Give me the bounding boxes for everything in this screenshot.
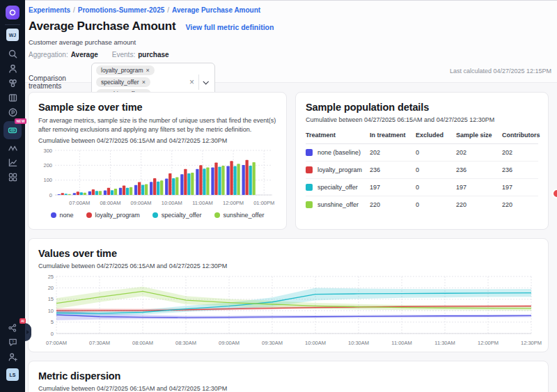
svg-text:12:00PM: 12:00PM [478, 340, 499, 346]
card-description: For average metrics, sample size is the … [38, 116, 276, 134]
sidebar-item-gates[interactable] [3, 76, 22, 91]
chip-loyalty-program[interactable]: loyalty_program× [96, 65, 155, 75]
svg-text:?: ? [11, 340, 13, 344]
workspace-avatar[interactable]: WJ [6, 29, 19, 41]
svg-text:01:00PM: 01:00PM [253, 200, 274, 206]
sample-size-card: Sample size over time For average metric… [28, 92, 287, 230]
sidebar-item-support[interactable]: ? [3, 335, 22, 350]
remove-chip-icon[interactable]: × [146, 67, 149, 74]
comparison-treatments-label: Comparison treatments [29, 75, 91, 90]
chip-specialty-offer[interactable]: specialty_offer× [96, 77, 150, 87]
view-metric-definition-link[interactable]: View full metric definition [185, 23, 274, 31]
sidebar-item-dashboards[interactable] [3, 170, 22, 185]
metric-subtitle: Customer average purchase amount [29, 38, 549, 46]
feature-gates-icon [8, 78, 18, 88]
population-table: Treatment In treatment Excluded Sample s… [306, 130, 538, 213]
events-value: purchase [138, 51, 168, 58]
ai-nodes-icon [8, 323, 17, 333]
svg-text:10:00AM: 10:00AM [162, 200, 182, 206]
legend-item-loyalty-program[interactable]: loyalty_program [86, 212, 140, 219]
sidebar-item-pulse[interactable] [3, 105, 22, 120]
user-avatar[interactable]: LS [6, 368, 19, 381]
sidebar-item-metrics[interactable] [3, 155, 22, 170]
card-title: Sample population details [306, 102, 538, 113]
svg-text:08:30AM: 08:30AM [175, 340, 196, 346]
svg-text:10:30AM: 10:30AM [348, 340, 369, 346]
svg-text:08:00AM: 08:00AM [100, 200, 120, 206]
table-header-row: Treatment In treatment Excluded Sample s… [306, 130, 538, 144]
table-row: loyalty_program 236 0 236 236 [306, 162, 538, 179]
breadcrumb: Experiments/Promotions-Summer-2025/Avera… [29, 6, 549, 14]
legend-dot [51, 212, 56, 218]
cumulative-range: Cumulative between 04/27/2025 06:15AM an… [38, 262, 538, 269]
svg-text:11:00AM: 11:00AM [192, 200, 212, 206]
svg-text:5: 5 [51, 319, 54, 325]
page-title: Average Purchase Amount [29, 19, 175, 33]
svg-text:09:00AM: 09:00AM [131, 200, 152, 206]
events-label: Events: [112, 51, 135, 58]
legend-item-specialty-offer[interactable]: specialty_offer [152, 212, 202, 219]
svg-text:07:30AM: 07:30AM [89, 340, 110, 346]
svg-text:15: 15 [48, 296, 54, 302]
chart-legend: none loyalty_program specialty_offer sun… [38, 212, 276, 219]
legend-dot [86, 212, 92, 218]
table-row: none (baseline) 202 0 202 202 [306, 144, 538, 162]
sidebar-divider [5, 24, 20, 25]
aggregation-row: Aggregation: Average Events: purchase [29, 51, 549, 58]
legend-item-none[interactable]: none [51, 212, 74, 219]
sidebar-item-users[interactable] [3, 61, 22, 76]
breadcrumb-experiment-name[interactable]: Promotions-Summer-2025 [78, 6, 164, 14]
svg-text:0: 0 [49, 192, 52, 198]
person-icon [8, 63, 18, 74]
sidebar-item-experiments[interactable]: NEW [3, 121, 22, 139]
statsig-logo-icon[interactable] [6, 6, 19, 19]
remove-chip-icon[interactable]: × [142, 79, 146, 86]
cumulative-range: Cumulative between 04/27/2025 06:15AM an… [306, 116, 538, 123]
svg-text:200: 200 [43, 162, 52, 168]
legend-item-sunshine-offer[interactable]: sunshine_offer [214, 212, 265, 219]
grid-icon [8, 172, 18, 182]
search-icon [8, 49, 18, 59]
table-row: sunshine_offer 220 0 220 220 [306, 196, 538, 213]
app-root: WJ NEW AI [0, 0, 557, 392]
sidebar-item-ai-assistant[interactable]: AI [3, 320, 22, 335]
sidebar-item-holdouts[interactable] [3, 141, 22, 155]
svg-text:20: 20 [48, 285, 54, 291]
notification-dot[interactable] [552, 189, 557, 198]
table-row: specialty_offer 197 0 197 197 [306, 179, 538, 196]
svg-text:09:00AM: 09:00AM [219, 340, 240, 346]
sidebar-item-invite[interactable] [3, 350, 22, 364]
cumulative-range: Cumulative between 04/27/2025 06:15AM an… [38, 385, 538, 392]
sample-population-card: Sample population details Cumulative bet… [295, 92, 549, 230]
values-line-chart: 051015202507:00AM07:30AM08:00AM08:30AM09… [38, 274, 540, 352]
card-title: Values over time [38, 248, 538, 259]
svg-text:25: 25 [48, 274, 54, 280]
sidebar: WJ NEW AI [0, 0, 25, 392]
columns-icon [8, 93, 18, 103]
values-over-time-card: Values over time Cumulative between 04/2… [28, 238, 549, 352]
sidebar-item-dynamic-config[interactable] [3, 91, 22, 105]
breadcrumb-experiments[interactable]: Experiments [29, 6, 70, 14]
treatment-swatch [306, 166, 313, 173]
svg-text:12:30PM: 12:30PM [521, 340, 542, 346]
svg-text:07:00AM: 07:00AM [46, 340, 67, 346]
experiment-icon [7, 125, 18, 136]
chat-help-icon: ? [8, 337, 18, 347]
chevron-down-icon[interactable] [199, 80, 212, 84]
breadcrumb-metric-name[interactable]: Average Purchase Amount [172, 6, 260, 14]
svg-text:11:30AM: 11:30AM [434, 340, 455, 346]
chevron-right-icon [26, 330, 29, 334]
clear-all-icon[interactable]: × [185, 77, 198, 87]
pulse-icon [8, 107, 18, 118]
treatment-swatch [306, 149, 313, 156]
svg-text:07:00AM: 07:00AM [69, 200, 90, 206]
metric-dispersion-card: Metric dispersion Cumulative between 04/… [28, 361, 549, 392]
page-header: Experiments/Promotions-Summer-2025/Avera… [25, 0, 557, 83]
holdouts-icon [8, 143, 18, 153]
sidebar-item-search[interactable] [3, 47, 22, 61]
svg-text:10: 10 [48, 308, 54, 314]
card-title: Sample size over time [38, 102, 276, 113]
legend-dot [214, 212, 220, 218]
treatment-swatch [306, 184, 313, 191]
last-calculated: Last calculated 04/27/2025 12:15PM [450, 68, 551, 75]
